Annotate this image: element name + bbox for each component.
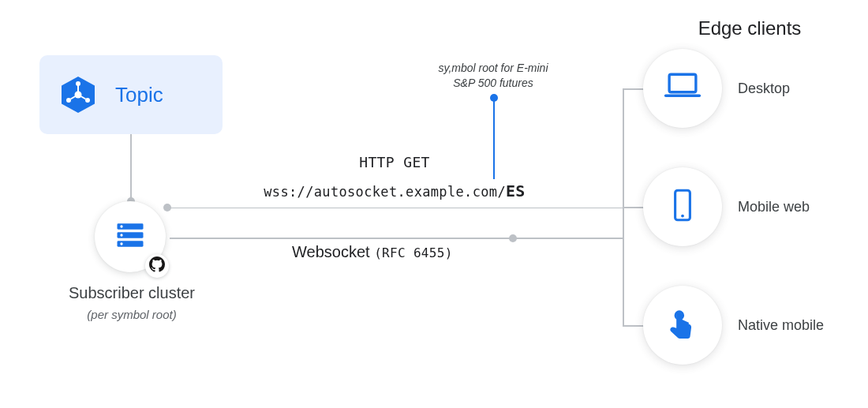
client-desktop-node [643,49,722,128]
connector-websocket [170,238,623,239]
edge-clients-title: Edge clients [643,17,856,39]
url-suffix: ES [506,182,526,200]
svg-rect-5 [77,84,79,93]
subscriber-title: Subscriber cluster [41,284,223,302]
client-mobileweb-label: Mobile web [738,199,810,215]
connector-dot [509,234,517,242]
svg-point-3 [85,98,90,103]
touch-app-icon [663,304,702,346]
client-mobileweb-node [643,167,722,246]
topic-label: Topic [115,83,163,107]
laptop-icon [661,66,704,111]
client-native-node [643,286,722,365]
annotation-line2: S&P 500 futures [453,77,533,89]
svg-point-12 [120,234,122,236]
annotation-pointer-line [493,100,495,179]
github-badge [145,254,169,278]
connector-http [170,208,623,209]
client-native-label: Native mobile [738,317,824,334]
svg-point-13 [120,242,122,245]
subscriber-subtitle: (per symbol root) [41,308,223,321]
annotation-line1: sy,mbol root for E-mini [439,62,548,74]
svg-point-4 [66,98,71,103]
topic-card: Topic [39,55,223,134]
url-prefix: wss://autosocket.example.com/ [264,184,506,200]
pubsub-topic-icon [58,75,98,114]
websocket-url: wss://autosocket.example.com/ES [237,182,552,200]
smartphone-icon [663,185,702,228]
connector-topic-to-subscriber [130,134,132,200]
server-stack-icon [113,218,148,256]
websocket-rfc: (RFC 6455) [374,245,453,260]
annotation-text: sy,mbol root for E-mini S&P 500 futures [410,61,576,91]
client-desktop-label: Desktop [738,80,790,97]
websocket-label: Websocket (RFC 6455) [292,243,453,261]
http-method-label: HTTP GET [260,154,529,170]
github-icon [149,256,165,275]
websocket-word: Websocket [292,243,374,260]
svg-point-16 [681,215,684,218]
svg-rect-14 [669,74,696,92]
svg-point-11 [120,225,122,227]
